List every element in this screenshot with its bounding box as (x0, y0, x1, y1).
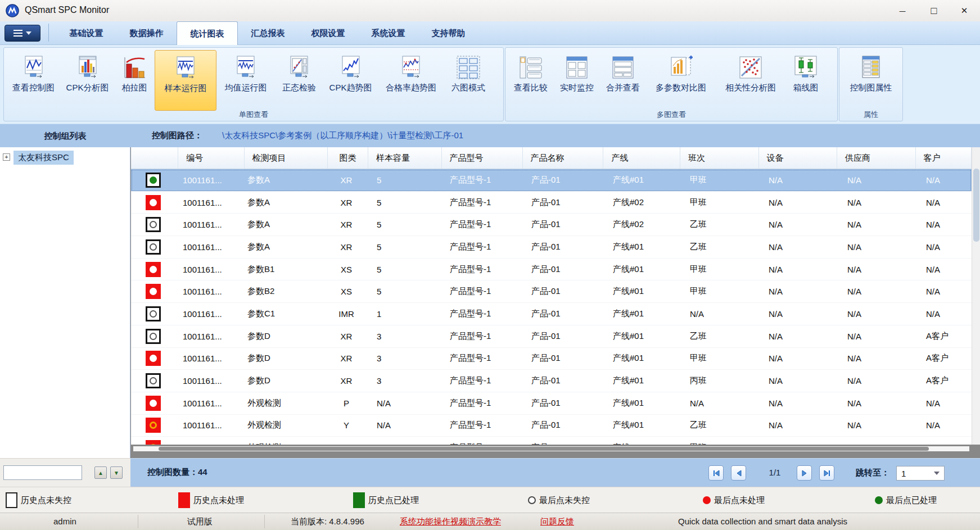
passrate-trend-icon (398, 53, 424, 81)
tree-search-input[interactable] (3, 465, 82, 480)
status-white-hollow-icon (146, 239, 161, 255)
cell-shift: 甲班 (682, 197, 761, 208)
cell-line: 产线#01 (605, 331, 682, 342)
table-row[interactable]: 1001161...参数AXR5产品型号-1产品-01产线#02甲班N/AN/A… (131, 192, 972, 214)
table-row[interactable]: 1001161...参数AXR5产品型号-1产品-01产线#01甲班N/AN/A… (131, 169, 972, 192)
column-header-6[interactable]: 产品型号 (442, 147, 523, 169)
column-header-9[interactable]: 班次 (680, 147, 758, 169)
close-button[interactable]: ✕ (949, 0, 980, 21)
table-row[interactable]: 1001161外观检测YN/A产品型号-1产品-01产线#01甲班N/AN/AN… (131, 437, 972, 445)
tool-1-3[interactable]: 柏拉图 (114, 50, 155, 110)
cell-customer: A客户 (918, 353, 972, 364)
cell-size: 1 (369, 309, 442, 319)
cell-item: 参数A (240, 175, 324, 185)
status-white-green-dot-icon (146, 173, 161, 188)
tab-2[interactable]: 数据操作 (116, 21, 177, 45)
table-row[interactable]: 1001161...参数B2XS5产品型号-1产品-01产线#01甲班N/AN/… (131, 280, 972, 303)
column-header-5[interactable]: 样本容量 (368, 147, 442, 169)
tool-1-8[interactable]: 合格率趋势图 (378, 50, 444, 110)
table-row[interactable]: 1001161...参数B1XS5产品型号-1产品-01产线#01甲班N/AN/… (131, 259, 972, 281)
status-user: admin (53, 517, 76, 526)
cell-no: 1001161... (175, 398, 240, 408)
first-page-button[interactable] (708, 465, 724, 481)
tab-4[interactable]: 汇总报表 (238, 21, 298, 45)
status-dot (150, 266, 157, 273)
cell-no: 1001161 (175, 443, 240, 445)
app-menu-button[interactable] (4, 25, 40, 42)
cell-product: 产品-01 (523, 286, 605, 297)
feedback-link[interactable]: 问题反馈 (540, 517, 574, 527)
tool-1-2[interactable]: CPK分析图 (61, 50, 114, 110)
tool-2-1[interactable]: 查看比较 (508, 50, 554, 110)
tool-1-5[interactable]: 均值运行图 (216, 50, 275, 110)
cell-shift: 乙班 (682, 420, 761, 431)
column-header-8[interactable]: 产线 (603, 147, 680, 169)
tree-expander-icon[interactable]: + (3, 153, 10, 161)
tool-2-3[interactable]: 合并查看 (600, 50, 646, 110)
vertical-scrollbar-thumb[interactable] (973, 169, 979, 242)
jump-to-dropdown[interactable]: 1 (896, 466, 945, 481)
column-header-4[interactable]: 图类 (328, 147, 368, 169)
tool-1-1[interactable]: 查看控制图 (6, 50, 61, 110)
column-header-3[interactable]: 检测项目 (245, 147, 328, 169)
tool-1-6[interactable]: 正态检验 (275, 50, 323, 110)
minimize-button[interactable]: ─ (887, 0, 918, 21)
video-tutorial-link[interactable]: 系统功能操作视频演示教学 (400, 517, 501, 527)
status-bar: admin 试用版 当前版本: 4.8.4.996 系统功能操作视频演示教学 问… (0, 513, 980, 530)
cell-model: 产品型号-1 (442, 175, 523, 185)
maximize-button[interactable]: □ (918, 0, 950, 21)
table-row[interactable]: 1001161...参数AXR5产品型号-1产品-01产线#01乙班N/AN/A… (131, 236, 972, 259)
cell-shift: 甲班 (682, 264, 761, 275)
cell-chart: P (324, 398, 369, 408)
horizontal-scrollbar-thumb[interactable] (159, 447, 929, 451)
column-header-1[interactable] (131, 147, 178, 169)
tab-1[interactable]: 基础设置 (56, 21, 116, 45)
cell-device: N/A (761, 354, 839, 363)
tool-3-1[interactable]: 控制图属性 (842, 50, 900, 110)
cell-model: 产品型号-1 (442, 375, 523, 386)
cell-model: 产品型号-1 (442, 197, 523, 208)
control-group-list-title: 控制组列表 (0, 124, 130, 148)
vertical-scrollbar[interactable] (972, 147, 980, 445)
tool-2-6[interactable]: 箱线图 (785, 50, 826, 110)
cell-customer: N/A (918, 175, 972, 185)
column-header-12[interactable]: 客户 (916, 147, 972, 169)
table-row[interactable]: 1001161...参数DXR3产品型号-1产品-01产线#01乙班N/AN/A… (131, 325, 972, 348)
cell-line: 产线#01 (605, 242, 682, 252)
column-header-7[interactable]: 产品名称 (523, 147, 604, 169)
square-white-icon (6, 492, 17, 508)
ribbon-group-label: 属性 (839, 110, 902, 120)
cell-supplier: N/A (839, 354, 918, 363)
column-header-11[interactable]: 供应商 (837, 147, 915, 169)
horizontal-scrollbar[interactable] (133, 446, 969, 451)
column-header-2[interactable]: 编号 (178, 147, 244, 169)
control-group-tree-panel: + 太友科技SPC (0, 147, 130, 458)
table-row[interactable]: 1001161...参数AXR5产品型号-1产品-01产线#02乙班N/AN/A… (131, 214, 972, 236)
tool-1-9[interactable]: 六图模式 (444, 50, 493, 110)
tab-3[interactable]: 统计图表 (177, 21, 238, 46)
tool-2-4[interactable]: 多参数对比图 (646, 50, 716, 110)
last-page-button[interactable] (819, 465, 834, 481)
tab-6[interactable]: 系统设置 (358, 21, 418, 45)
cell-device: N/A (761, 309, 839, 319)
tool-1-4[interactable]: 样本运行图 (155, 50, 216, 111)
tab-5[interactable]: 权限设置 (298, 21, 358, 45)
move-down-button[interactable]: ▼ (110, 466, 123, 479)
tool-2-2[interactable]: 实时监控 (554, 50, 600, 110)
next-page-button[interactable] (797, 465, 812, 481)
menu-bar: 基础设置数据操作统计图表汇总报表权限设置系统设置支持帮助 (0, 21, 980, 45)
tool-2-5[interactable]: 相关性分析图 (716, 50, 785, 110)
column-header-10[interactable]: 设备 (759, 147, 837, 169)
cell-no: 1001161... (175, 265, 240, 274)
cell-customer: N/A (918, 420, 972, 430)
move-up-button[interactable]: ▲ (94, 466, 107, 479)
tab-7[interactable]: 支持帮助 (418, 21, 478, 45)
table-row[interactable]: 1001161...外观检测PN/A产品型号-1产品-01产线#01N/AN/A… (131, 392, 972, 415)
tool-1-7[interactable]: CPK趋势图 (323, 50, 378, 110)
table-row[interactable]: 1001161...参数C1IMR1产品型号-1产品-01产线#01N/AN/A… (131, 303, 972, 325)
table-row[interactable]: 1001161...参数DXR3产品型号-1产品-01产线#01丙班N/AN/A… (131, 370, 972, 392)
table-row[interactable]: 1001161...参数DXR3产品型号-1产品-01产线#01甲班N/AN/A… (131, 348, 972, 370)
prev-page-button[interactable] (731, 465, 746, 481)
tree-item-root[interactable]: 太友科技SPC (13, 151, 74, 165)
table-row[interactable]: 1001161...外观检测YN/A产品型号-1产品-01产线#01乙班N/AN… (131, 415, 972, 437)
